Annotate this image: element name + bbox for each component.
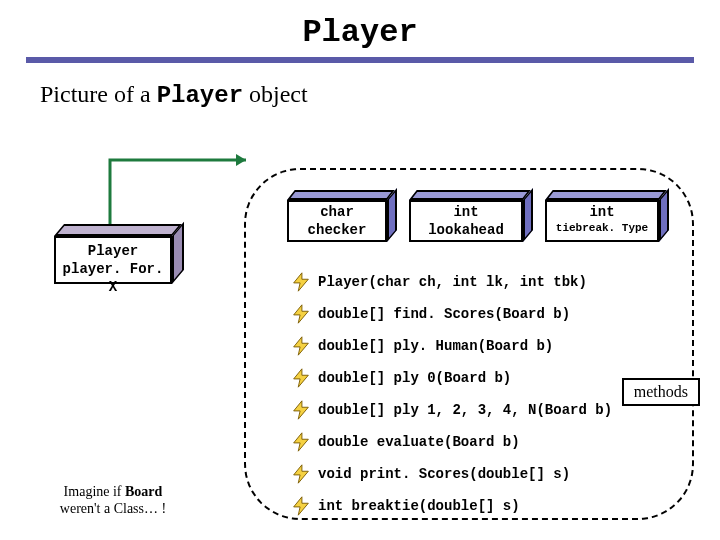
methods-list: Player(char ch, int lk, int tbk) double[… (290, 266, 612, 522)
bolt-icon (290, 367, 312, 389)
field-boxes-row: char checker int lookahead int tiebreak.… (287, 200, 659, 242)
footnote-text: Imagine if (64, 484, 125, 499)
method-row: double[] ply. Human(Board b) (290, 330, 612, 362)
bolt-icon (290, 399, 312, 421)
field-checker: char checker (287, 200, 387, 242)
reference-type: Player (56, 242, 170, 260)
bolt-icon (290, 335, 312, 357)
subtitle-code: Player (157, 82, 243, 109)
methods-label-box: methods (622, 378, 700, 406)
method-signature: void print. Scores(double[] s) (318, 466, 570, 482)
slide-title: Player (0, 0, 720, 51)
subtitle-suffix: object (243, 81, 308, 107)
bolt-icon (290, 303, 312, 325)
method-signature: int breaktie(double[] s) (318, 498, 520, 514)
field-type: char (289, 204, 385, 222)
method-signature: double[] ply 0(Board b) (318, 370, 511, 386)
field-name: lookahead (411, 222, 521, 240)
field-name: tiebreak. Type (547, 222, 657, 236)
method-row: int breaktie(double[] s) (290, 490, 612, 522)
method-row: double[] ply 0(Board b) (290, 362, 612, 394)
bolt-icon (290, 431, 312, 453)
method-signature: double[] find. Scores(Board b) (318, 306, 570, 322)
player-reference-box: Player player. For. X (54, 236, 172, 284)
method-row: void print. Scores(double[] s) (290, 458, 612, 490)
footnote-text-2: weren't a Class… ! (60, 501, 166, 516)
method-signature: double[] ply 1, 2, 3, 4, N(Board b) (318, 402, 612, 418)
field-type: int (547, 204, 657, 222)
method-row: double evaluate(Board b) (290, 426, 612, 458)
method-signature: double evaluate(Board b) (318, 434, 520, 450)
footnote: Imagine if Board weren't a Class… ! (28, 484, 198, 518)
bolt-icon (290, 271, 312, 293)
method-row: Player(char ch, int lk, int tbk) (290, 266, 612, 298)
method-signature: double[] ply. Human(Board b) (318, 338, 553, 354)
field-type: int (411, 204, 521, 222)
field-lookahead: int lookahead (409, 200, 523, 242)
field-tiebreak-type: int tiebreak. Type (545, 200, 659, 242)
bolt-icon (290, 463, 312, 485)
title-rule (26, 57, 694, 63)
subtitle-prefix: Picture of a (40, 81, 157, 107)
method-signature: Player(char ch, int lk, int tbk) (318, 274, 587, 290)
field-name: checker (289, 222, 385, 240)
reference-name: player. For. X (56, 260, 170, 296)
footnote-bold: Board (125, 484, 162, 499)
bolt-icon (290, 495, 312, 517)
subtitle: Picture of a Player object (40, 81, 720, 109)
method-row: double[] find. Scores(Board b) (290, 298, 612, 330)
method-row: double[] ply 1, 2, 3, 4, N(Board b) (290, 394, 612, 426)
